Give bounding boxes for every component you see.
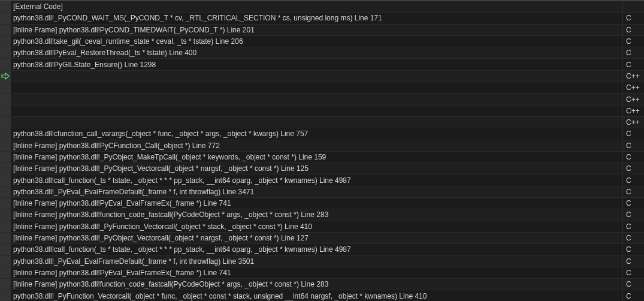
frame-name: python38.dll!take_gil(_ceval_runtime_sta… — [11, 37, 622, 46]
gutter — [0, 163, 11, 174]
frame-language: C++ — [622, 107, 644, 115]
frame-name: [Inline Frame] python38.dll!_PyFunction_… — [11, 222, 622, 231]
stack-frame-row[interactable]: python38.dll!_PyEval_EvalFrameDefault(_f… — [0, 186, 644, 198]
frame-name: [Inline Frame] python38.dll!_PyObject_Ve… — [11, 234, 622, 242]
frame-name: python38.dll!call_function(_ts * tstate,… — [11, 176, 622, 185]
stack-frame-row[interactable]: python38.dll!call_function(_ts * tstate,… — [0, 174, 644, 186]
stack-frame-row[interactable]: C++ — [0, 82, 644, 94]
stack-frame-row[interactable]: C++ — [0, 117, 644, 128]
gutter — [0, 152, 11, 162]
gutter — [0, 71, 11, 82]
frame-language: C — [622, 269, 644, 277]
current-frame-arrow-icon — [1, 72, 10, 80]
stack-frame-row[interactable]: python38.dll!PyEval_RestoreThread(_ts * … — [0, 47, 644, 59]
stack-frame-row[interactable]: python38.dll!call_function(_ts * tstate,… — [0, 244, 644, 255]
frame-language: C — [622, 292, 644, 300]
frame-name: [Inline Frame] python38.dll!PyCFunction_… — [11, 142, 622, 150]
column-divider[interactable] — [622, 1, 622, 12]
gutter — [0, 209, 11, 220]
frame-language: C — [622, 245, 644, 254]
frame-name: [Inline Frame] python38.dll!function_cod… — [11, 210, 622, 219]
frame-language: C — [622, 199, 644, 207]
gutter — [0, 82, 11, 93]
stack-frame-row[interactable]: C++ — [0, 71, 644, 82]
frame-name: [External Code] — [11, 2, 622, 11]
frame-language: C — [622, 164, 644, 173]
frame-language: C++ — [622, 95, 644, 104]
call-stack: [External Code]python38.dll!_PyCOND_WAIT… — [0, 1, 644, 301]
gutter — [0, 106, 11, 116]
frame-language: C — [622, 257, 644, 266]
frame-name: [Inline Frame] python38.dll!_PyObject_Ve… — [11, 164, 622, 173]
stack-frame-row[interactable]: [Inline Frame] python38.dll!_PyFunction_… — [0, 221, 644, 233]
stack-frame-row[interactable]: python38.dll!_PyCOND_WAIT_MS(_PyCOND_T *… — [0, 13, 644, 24]
gutter — [0, 47, 11, 58]
stack-frame-row[interactable]: [Inline Frame] python38.dll!PyEval_EvalF… — [0, 267, 644, 279]
frame-name: python38.dll!_PyCOND_WAIT_MS(_PyCOND_T *… — [11, 14, 622, 22]
stack-frame-row[interactable]: python38.dll!PyGILState_Ensure() Line 12… — [0, 59, 644, 70]
gutter — [0, 198, 11, 209]
gutter — [0, 221, 11, 232]
gutter — [0, 267, 11, 278]
stack-frame-row[interactable]: [Inline Frame] python38.dll!_PyObject_Ma… — [0, 152, 644, 163]
gutter — [0, 244, 11, 255]
frame-name: python38.dll!_PyEval_EvalFrameDefault(_f… — [11, 188, 622, 196]
stack-frame-row[interactable]: [Inline Frame] python38.dll!_PyObject_Ve… — [0, 163, 644, 174]
frame-language: C — [622, 37, 644, 46]
gutter — [0, 128, 11, 139]
frame-name: [Inline Frame] python38.dll!PyEval_EvalF… — [11, 199, 622, 207]
gutter — [0, 233, 11, 243]
stack-frame-row[interactable]: C++ — [0, 106, 644, 117]
stack-frame-row[interactable]: [Inline Frame] python38.dll!PyCFunction_… — [0, 140, 644, 152]
stack-frame-row[interactable]: python38.dll!take_gil(_ceval_runtime_sta… — [0, 36, 644, 47]
frame-name: python38.dll!_PyEval_EvalFrameDefault(_f… — [11, 257, 622, 266]
frame-language: C — [622, 26, 644, 34]
frame-language: C — [622, 222, 644, 231]
frame-language: C — [622, 61, 644, 69]
frame-language: C — [622, 210, 644, 219]
gutter — [0, 174, 11, 185]
frame-name: python38.dll!PyGILState_Ensure() Line 12… — [11, 61, 622, 69]
gutter — [0, 13, 11, 23]
gutter — [0, 279, 11, 290]
gutter — [0, 140, 11, 151]
frame-language: C++ — [622, 83, 644, 92]
stack-frame-row[interactable]: C++ — [0, 94, 644, 105]
frame-language: C — [622, 176, 644, 185]
frame-language: C — [622, 234, 644, 242]
frame-name: [Inline Frame] python38.dll!PyEval_EvalF… — [11, 269, 622, 277]
stack-frame-row[interactable]: python38.dll!_PyFunction_Vectorcall(_obj… — [0, 290, 644, 301]
stack-frame-row[interactable]: python38.dll!_PyEval_EvalFrameDefault(_f… — [0, 256, 644, 267]
stack-frame-row[interactable]: python38.dll!cfunction_call_varargs(_obj… — [0, 128, 644, 140]
frame-language: C — [622, 49, 644, 57]
frame-language: C — [622, 188, 644, 196]
frame-name: [Inline Frame] python38.dll!function_cod… — [11, 280, 622, 288]
gutter — [0, 36, 11, 47]
gutter — [0, 59, 11, 70]
frame-language: C — [622, 14, 644, 22]
gutter — [0, 256, 11, 267]
frame-name: python38.dll!cfunction_call_varargs(_obj… — [11, 130, 622, 138]
stack-frame-row[interactable]: [Inline Frame] python38.dll!PyCOND_TIMED… — [0, 25, 644, 36]
frame-language: C — [622, 130, 644, 138]
frame-name: [Inline Frame] python38.dll!_PyObject_Ma… — [11, 153, 622, 161]
gutter — [0, 94, 11, 104]
frame-language: C++ — [622, 118, 644, 127]
frame-language: C++ — [622, 72, 644, 80]
stack-frame-row[interactable]: [External Code] — [0, 1, 644, 13]
stack-frame-row[interactable]: [Inline Frame] python38.dll!function_cod… — [0, 209, 644, 221]
gutter — [0, 117, 11, 128]
gutter — [0, 25, 11, 35]
frame-language: C — [622, 280, 644, 288]
frame-name: [Inline Frame] python38.dll!PyCOND_TIMED… — [11, 26, 622, 34]
stack-frame-row[interactable]: [Inline Frame] python38.dll!_PyObject_Ve… — [0, 233, 644, 244]
gutter — [0, 1, 11, 12]
gutter — [0, 186, 11, 197]
frame-name: python38.dll!_PyFunction_Vectorcall(_obj… — [11, 292, 622, 300]
gutter — [0, 290, 11, 301]
frame-name: python38.dll!PyEval_RestoreThread(_ts * … — [11, 49, 622, 57]
stack-frame-row[interactable]: [Inline Frame] python38.dll!PyEval_EvalF… — [0, 198, 644, 209]
frame-language: C — [622, 153, 644, 161]
stack-frame-row[interactable]: [Inline Frame] python38.dll!function_cod… — [0, 279, 644, 290]
frame-language: C — [622, 142, 644, 150]
